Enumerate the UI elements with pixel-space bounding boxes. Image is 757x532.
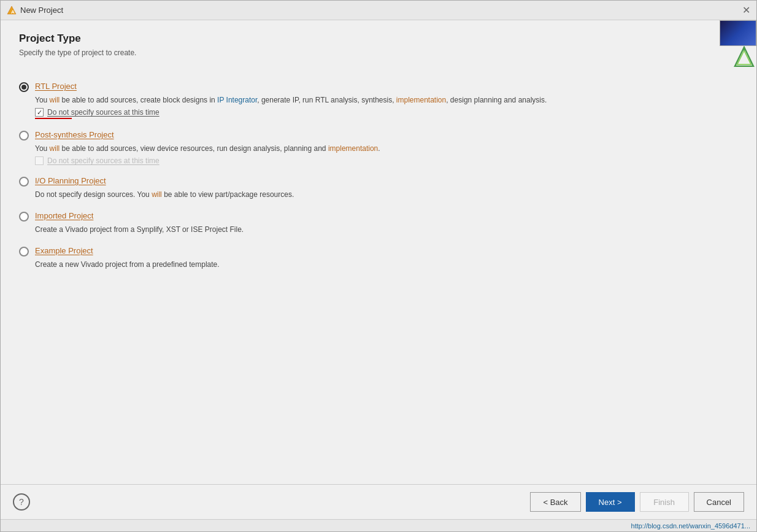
checkbox-rtl[interactable] [35, 108, 44, 117]
page-title: Project Type [19, 33, 738, 45]
page-subtitle: Specify the type of project to create. [19, 48, 738, 57]
option-desc-post-synthesis: You will be able to add sources, view de… [35, 143, 738, 154]
option-group-example: Example Project Create a new Vivado proj… [19, 246, 738, 270]
checkbox-label-post-synthesis: Do not specify sources at this time [47, 156, 159, 165]
option-label-rtl[interactable]: RTL Project [35, 82, 77, 91]
svg-text:A: A [11, 9, 15, 15]
option-label-post-synthesis[interactable]: Post-synthesis Project [35, 130, 114, 139]
radio-post-synthesis[interactable] [19, 131, 29, 141]
option-desc-example: Create a new Vivado project from a prede… [35, 259, 738, 270]
option-label-imported[interactable]: Imported Project [35, 211, 93, 220]
option-label-io[interactable]: I/O Planning Project [35, 176, 106, 185]
option-row-post-synthesis: Post-synthesis Project [19, 130, 738, 141]
footer: ? < Back Next > Finish Cancel [1, 484, 756, 519]
checkbox-row-rtl: Do not specify sources at this time [35, 108, 738, 117]
status-bar: http://blog.csdn.net/wanxin_4596d471... [1, 519, 756, 531]
cancel-button[interactable]: Cancel [694, 492, 744, 512]
app-icon: A [7, 6, 17, 15]
corner-image [720, 20, 756, 46]
option-group-post-synthesis: Post-synthesis Project You will be able … [19, 130, 738, 165]
option-row-imported: Imported Project [19, 211, 738, 222]
next-button[interactable]: Next > [586, 492, 635, 512]
option-group-io: I/O Planning Project Do not specify desi… [19, 176, 738, 200]
corner-decoration [707, 20, 756, 69]
status-url: http://blog.csdn.net/wanxin_4596d471... [631, 522, 750, 530]
footer-left: ? [13, 493, 30, 511]
option-row-example: Example Project [19, 246, 738, 256]
radio-imported[interactable] [19, 212, 29, 222]
option-desc-io: Do not specify design sources. You will … [35, 189, 738, 200]
option-row-io: I/O Planning Project [19, 176, 738, 187]
checkbox-label-rtl: Do not specify sources at this time [47, 108, 159, 117]
help-button[interactable]: ? [13, 493, 30, 511]
title-bar-left: A New Project [7, 6, 63, 15]
radio-example[interactable] [19, 247, 29, 256]
options-container: RTL Project You will be able to add sour… [19, 82, 738, 270]
close-button[interactable]: ✕ [742, 6, 750, 15]
content-area: Project Type Specify the type of project… [1, 20, 756, 484]
checkbox-row-post-synthesis: Do not specify sources at this time [35, 156, 738, 165]
option-group-rtl: RTL Project You will be able to add sour… [19, 82, 738, 119]
radio-rtl[interactable] [19, 82, 29, 92]
option-desc-rtl: You will be able to add sources, create … [35, 94, 738, 106]
page-header: Project Type Specify the type of project… [19, 33, 738, 75]
option-row-rtl: RTL Project [19, 82, 738, 92]
checkbox-post-synthesis [35, 156, 44, 165]
finish-button: Finish [640, 492, 689, 512]
option-group-imported: Imported Project Create a Vivado project… [19, 211, 738, 235]
title-bar: A New Project ✕ [1, 1, 756, 20]
window-title: New Project [20, 6, 63, 15]
rtl-underline [35, 118, 72, 119]
option-desc-imported: Create a Vivado project from a Synplify,… [35, 224, 738, 235]
back-button[interactable]: < Back [530, 492, 580, 512]
radio-io[interactable] [19, 177, 29, 187]
vivado-logo [732, 46, 756, 69]
main-window: A New Project ✕ Project Type Specify the… [0, 0, 757, 532]
footer-right: < Back Next > Finish Cancel [530, 492, 744, 512]
option-label-example[interactable]: Example Project [35, 246, 93, 255]
